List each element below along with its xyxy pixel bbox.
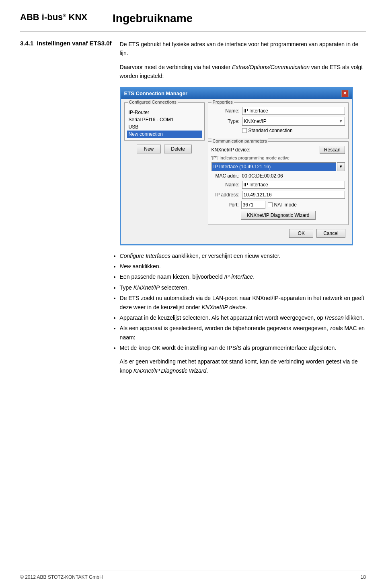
port-input[interactable]: [241, 201, 265, 209]
section-content: De ETS gebruikt het fysieke adres van de…: [120, 40, 366, 375]
dialog-right-panel: Properties Name: Type: KNXnet/IP: [208, 102, 349, 241]
configured-connections-label: Configured Connections: [128, 100, 178, 104]
list-item: Een passende naam kiezen, bijvoorbeeld I…: [120, 272, 366, 281]
list-item[interactable]: Serial PEI16 - COM1: [127, 116, 202, 123]
name-input[interactable]: [242, 107, 345, 115]
mac-label: MAC addr.:: [211, 173, 240, 179]
standard-connection-row: Standard connection: [242, 128, 345, 133]
comm-params-group: Communication parameters KNXnet/IP devic…: [208, 141, 349, 225]
delete-button[interactable]: Delete: [164, 145, 192, 153]
page-title: Ingebruikname: [113, 12, 193, 25]
ok-button[interactable]: OK: [289, 229, 313, 238]
port-row: Port: NAT mode: [211, 201, 345, 209]
type-label: Type:: [211, 118, 240, 124]
device-select-row: IP Interface (10.49.121.16) ▼: [211, 162, 345, 171]
copyright-text: © 2012 ABB STOTZ-KONTAKT GmbH: [20, 574, 103, 580]
nat-mode-row: NAT mode: [268, 202, 297, 208]
wizard-button[interactable]: KNXnet/IP Diagnostic Wizard: [241, 211, 316, 220]
name2-label: Name:: [211, 182, 240, 188]
list-item: Type KNXnet/IP selecteren.: [120, 283, 366, 292]
mac-row: MAC addr.: 00:0C:DE:00:02:06: [211, 173, 345, 179]
new-button[interactable]: New: [137, 145, 161, 153]
port-label: Port:: [211, 202, 239, 208]
dialog-title: ETS Connection Manager: [124, 90, 187, 96]
nat-mode-label: NAT mode: [274, 202, 297, 208]
name-row: Name:: [211, 107, 345, 115]
list-item: Configure Interfaces aanklikken, er vers…: [120, 251, 366, 260]
page-footer: © 2012 ABB STOTZ-KONTAKT GmbH 18: [20, 570, 366, 580]
name-label: Name:: [211, 108, 240, 114]
intro-line1: De ETS gebruikt het fysieke adres van de…: [120, 40, 366, 58]
section-block: 3.4.1 Instellingen vanaf ETS3.0f De ETS …: [20, 40, 366, 375]
close-icon[interactable]: ✕: [341, 90, 349, 97]
chevron-down-icon[interactable]: ▼: [337, 162, 345, 171]
prog-mode-note: '[P]' indicates programming mode active: [211, 155, 345, 160]
connections-list: IP-Router Serial PEI16 - COM1 USB New co…: [127, 109, 202, 138]
ip-input[interactable]: [242, 191, 345, 199]
knxnet-device-label: KNXnet/IP device:: [211, 147, 320, 153]
device-select[interactable]: IP Interface (10.49.121.16): [211, 162, 336, 171]
list-item[interactable]: New connection: [127, 131, 202, 138]
type-row: Type: KNXnet/IP ▼: [211, 117, 345, 126]
page-header: ABB i-bus® KNX Ingebruikname: [20, 12, 366, 32]
properties-label: Properties: [211, 100, 234, 104]
page-number: 18: [361, 574, 366, 580]
dialog-titlebar: ETS Connection Manager ✕: [121, 88, 352, 99]
configured-connections-group: Configured Connections IP-Router Serial …: [124, 102, 205, 141]
chevron-down-icon: ▼: [339, 119, 343, 123]
ok-cancel-row: OK Cancel: [208, 227, 349, 241]
dialog-left-panel: Configured Connections IP-Router Serial …: [124, 102, 205, 241]
type-select[interactable]: KNXnet/IP ▼: [242, 117, 345, 126]
name2-row: Name:: [211, 181, 345, 189]
dialog-body: Configured Connections IP-Router Serial …: [121, 99, 352, 244]
intro-line2: Daarvoor moet de verbinding via het vens…: [120, 63, 366, 81]
ip-row: IP address:: [211, 191, 345, 199]
list-item: Met de knop OK wordt de instelling van d…: [120, 343, 366, 352]
instructions-list: Configure Interfaces aanklikken, er vers…: [120, 251, 366, 353]
standard-connection-label: Standard connection: [248, 128, 293, 133]
rescan-button[interactable]: Rescan: [320, 146, 345, 154]
ets-connection-manager-dialog: ETS Connection Manager ✕ Configured Conn…: [120, 87, 353, 245]
wizard-btn-row: KNXnet/IP Diagnostic Wizard: [211, 211, 345, 220]
name2-input[interactable]: [242, 181, 345, 189]
brand-name: ABB i-bus® KNX: [20, 12, 101, 22]
list-item[interactable]: USB: [127, 123, 202, 131]
closing-text: Als er geen verbinding met het apparaat …: [120, 357, 366, 375]
list-item: New aanklikken.: [120, 262, 366, 271]
rescan-row: KNXnet/IP device: Rescan: [211, 146, 345, 154]
comm-params-label: Communication parameters: [211, 139, 268, 143]
section-number: 3.4.1 Instellingen vanaf ETS3.0f: [20, 40, 112, 375]
ip-label: IP address:: [211, 192, 240, 198]
nat-mode-checkbox[interactable]: [268, 202, 273, 207]
properties-group: Properties Name: Type: KNXnet/IP: [208, 102, 349, 139]
cancel-button[interactable]: Cancel: [316, 229, 345, 238]
dialog-left-buttons: New Delete: [124, 145, 205, 153]
list-item: Apparaat in de keuzelijst selecteren. Al…: [120, 313, 366, 322]
list-item[interactable]: IP-Router: [127, 109, 202, 116]
list-item: Als een apparaat is geselecteerd, worden…: [120, 324, 366, 342]
standard-connection-checkbox[interactable]: [242, 128, 247, 133]
list-item: De ETS zoekt nu automatisch via de LAN-p…: [120, 294, 366, 312]
dialog-wrapper: ETS Connection Manager ✕ Configured Conn…: [120, 87, 366, 245]
mac-value: 00:0C:DE:00:02:06: [242, 173, 283, 179]
